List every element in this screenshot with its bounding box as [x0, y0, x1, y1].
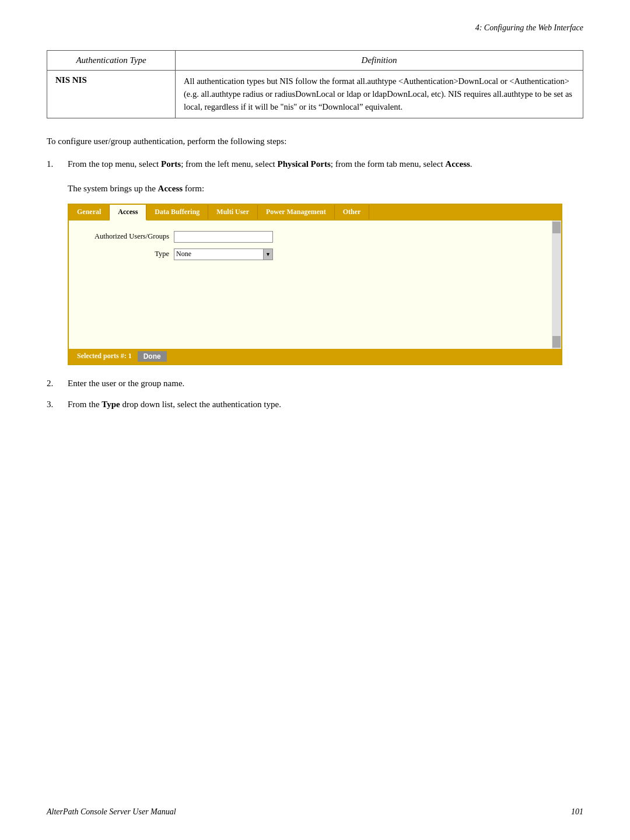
- tab-access[interactable]: Access: [110, 205, 146, 220]
- auth-users-row: Authorized Users/Groups: [80, 231, 540, 243]
- intro-text: To configure user/group authentication, …: [47, 135, 583, 148]
- scrollbar[interactable]: [552, 220, 561, 349]
- list-item: 1. From the top menu, select Ports; from…: [47, 158, 583, 171]
- dropdown-arrow-icon[interactable]: ▼: [263, 249, 272, 260]
- auth-table: Authentication Type Definition NIS NISAl…: [47, 50, 583, 118]
- scrollbar-thumb[interactable]: [552, 222, 561, 233]
- content-wrapper: Authorized Users/Groups Type None ▼: [69, 220, 561, 349]
- list-item: 2. Enter the user or the group name.: [47, 377, 583, 390]
- auth-users-input[interactable]: [174, 231, 273, 243]
- list-item: 3. From the Type drop down list, select …: [47, 398, 583, 411]
- page-header: 4: Configuring the Web Interface: [47, 23, 583, 33]
- tab-bar: GeneralAccessData BufferingMulti UserPow…: [69, 205, 561, 220]
- content-area: Authorized Users/Groups Type None ▼: [69, 220, 552, 349]
- tab-power-management[interactable]: Power Management: [258, 205, 335, 219]
- type-row: Type None ▼: [80, 249, 540, 260]
- footer-right: 101: [571, 807, 583, 817]
- done-button[interactable]: Done: [138, 351, 167, 362]
- col1-header: Authentication Type: [47, 51, 176, 71]
- page-footer: AlterPath Console Server User Manual 101: [47, 807, 583, 817]
- sub-text: The system brings up the Access form:: [68, 182, 583, 195]
- table-row-definition: All authentication types but NIS follow …: [176, 71, 583, 118]
- tab-data-buffering[interactable]: Data Buffering: [146, 205, 208, 219]
- header-text: 4: Configuring the Web Interface: [475, 23, 583, 32]
- scrollbar-bottom[interactable]: [552, 336, 561, 348]
- step-num-1: 1.: [47, 158, 68, 171]
- ui-screenshot: GeneralAccessData BufferingMulti UserPow…: [68, 204, 562, 365]
- auth-users-label: Authorized Users/Groups: [80, 232, 174, 241]
- type-select-value: None: [174, 249, 263, 259]
- status-bar: Selected ports #: 1 Done: [69, 349, 561, 364]
- table-row-type: NIS NIS: [47, 71, 176, 118]
- selected-ports-text: Selected ports #: 1: [77, 352, 132, 360]
- footer-left: AlterPath Console Server User Manual: [47, 807, 176, 817]
- step-num-3: 3.: [47, 398, 68, 411]
- col2-header: Definition: [176, 51, 583, 71]
- steps-list-continued: 2. Enter the user or the group name. 3. …: [47, 377, 583, 411]
- tab-general[interactable]: General: [69, 205, 110, 219]
- step-1-content: From the top menu, select Ports; from th…: [68, 158, 583, 171]
- type-select[interactable]: None ▼: [174, 249, 273, 260]
- steps-list: 1. From the top menu, select Ports; from…: [47, 158, 583, 171]
- tab-other[interactable]: Other: [335, 205, 370, 219]
- step-3-content: From the Type drop down list, select the…: [68, 398, 583, 411]
- step-2-content: Enter the user or the group name.: [68, 377, 583, 390]
- type-label: Type: [80, 250, 174, 258]
- tab-multi-user[interactable]: Multi User: [208, 205, 258, 219]
- step-num-2: 2.: [47, 377, 68, 390]
